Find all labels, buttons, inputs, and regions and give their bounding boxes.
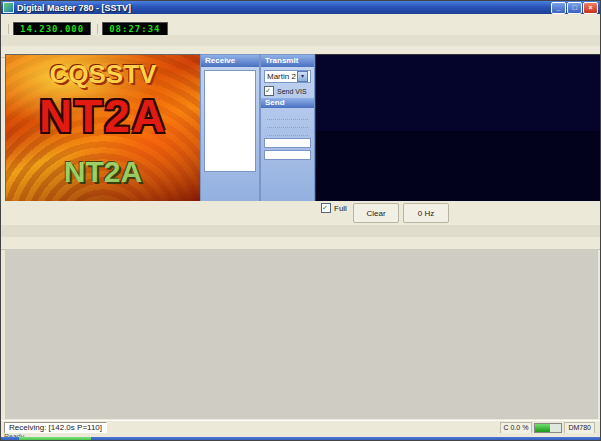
waterfall-display[interactable] <box>315 54 601 203</box>
send-vis-label: Send VIS <box>277 88 307 95</box>
placeholder-row <box>267 114 308 120</box>
frequency-offset-button[interactable]: 0 Hz <box>403 203 449 223</box>
maximize-button[interactable]: □ <box>567 2 582 14</box>
receiving-status: Receiving: [142.0s P=110] <box>4 422 107 434</box>
window-title: Digital Master 780 - [SSTV] <box>17 3 550 13</box>
frequency-display[interactable]: 14.230.000 <box>13 22 91 36</box>
progress-fill <box>19 437 91 441</box>
rx-image-text-2: NT2A <box>6 89 200 143</box>
level-meter <box>534 423 562 433</box>
tx-status-field <box>264 150 311 160</box>
app-window: Digital Master 780 - [SSTV] _ □ × 14.230… <box>0 0 601 441</box>
bottom-bar: Ready <box>1 433 600 441</box>
receive-panel: Receive <box>200 54 260 214</box>
waterfall-area <box>316 131 601 202</box>
tx-progress-field <box>264 138 311 148</box>
send-vis-checkbox[interactable]: ✓ <box>264 86 274 96</box>
status-bar: Receiving: [142.0s P=110] C 0.0 % DM780 <box>1 420 600 434</box>
app-icon <box>3 2 14 13</box>
close-button[interactable]: × <box>583 2 598 14</box>
receive-panel-title: Receive <box>201 55 259 67</box>
placeholder-row <box>267 122 308 128</box>
received-sstv-image[interactable]: CQSSTV NT2A NT2A <box>5 54 201 203</box>
app-status: DM780 <box>564 422 595 434</box>
gallery-grid <box>5 249 598 419</box>
rx-image-text-1: CQSSTV <box>6 59 200 90</box>
clock-display: 08:27:34 <box>102 22 167 36</box>
full-checkbox[interactable]: ✓ <box>321 203 331 213</box>
full-label: Full <box>334 204 347 213</box>
receive-mode-list <box>204 70 256 172</box>
chevron-down-icon[interactable]: ▾ <box>297 71 308 82</box>
clear-button[interactable]: Clear <box>353 203 399 223</box>
divider <box>8 24 9 34</box>
control-strip: ✓ Full Clear 0 Hz <box>1 201 600 226</box>
transmit-mode-value: Martin 2 <box>267 72 296 81</box>
send-section-title: Send <box>261 98 314 108</box>
placeholder-row <box>267 130 308 136</box>
spectrum-trace <box>316 71 601 129</box>
transmit-mode-select[interactable]: Martin 2 ▾ <box>264 70 311 83</box>
minimize-button[interactable]: _ <box>551 2 566 14</box>
title-bar: Digital Master 780 - [SSTV] _ □ × <box>1 1 600 14</box>
divider <box>97 24 98 34</box>
rx-image-text-3: NT2A <box>6 155 200 189</box>
transmit-panel-title: Transmit <box>261 55 314 67</box>
cpu-status: C 0.0 % <box>500 422 533 434</box>
transmit-panel: Transmit Martin 2 ▾ ✓ Send VIS Send <box>260 54 315 214</box>
